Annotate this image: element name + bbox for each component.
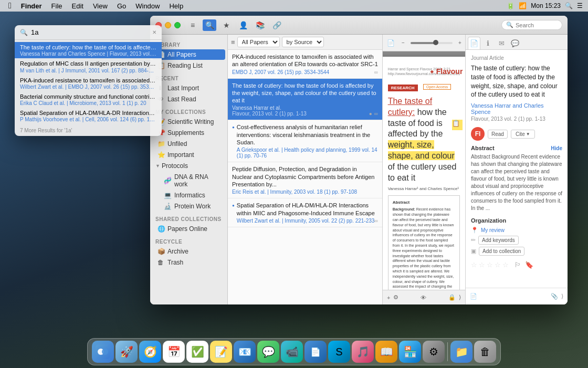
help-menu[interactable]: Help — [165, 2, 187, 10]
toolbar-list-view-btn[interactable]: ≡ — [186, 19, 200, 31]
pdf-zoom-out-icon[interactable]: − — [398, 38, 408, 48]
tab-notes[interactable]: ✉ — [495, 37, 508, 49]
toolbar-star-btn[interactable]: ★ — [219, 19, 233, 31]
paper-item-3[interactable]: ● Cost-effectiveness analysis of humanit… — [228, 120, 382, 162]
sidebar-item-important[interactable]: ⭐ Important — [152, 150, 225, 160]
file-menu[interactable]: File — [47, 2, 67, 10]
details-file-icon[interactable]: 📄 — [470, 293, 477, 300]
paper-item-5[interactable]: ● Spatial Separation of HLA-DM/HLA-DR In… — [228, 198, 382, 227]
status-button[interactable]: Read — [488, 130, 508, 139]
toolbar-link-btn[interactable]: 🔗 — [270, 19, 284, 31]
sidebar-item-archive[interactable]: 📦 Archive — [152, 246, 225, 257]
spotlight-clear-icon[interactable]: ✕ — [152, 29, 156, 35]
sidebar-item-reading-list[interactable]: 📋 Reading List — [152, 60, 225, 71]
sidebar-item-unfiled[interactable]: 📁 Unfiled — [152, 139, 225, 149]
pdf-bottom-lock-icon[interactable]: 🔒 — [448, 294, 456, 301]
star-4[interactable]: ☆ — [495, 261, 501, 269]
dock-icon-reminders[interactable]: ✅ — [186, 341, 208, 363]
maximize-button[interactable] — [174, 22, 181, 28]
papers-filter-select[interactable]: All Papers — [237, 37, 280, 47]
dock-icon-paperpile[interactable]: 📄 — [304, 341, 327, 363]
spotlight-result-5[interactable]: Spatial Separation of HLA-DM/HLA-DR Inte… — [15, 108, 162, 124]
toolbar-search-btn[interactable]: 🔍 — [203, 19, 216, 31]
edit-menu[interactable]: Edit — [68, 2, 88, 10]
cite-button[interactable]: Cite ▼ — [511, 130, 535, 139]
toolbar-library-btn[interactable]: 📚 — [253, 19, 267, 31]
dock-icon-messages[interactable]: 💬 — [257, 341, 279, 363]
pdf-eye-icon[interactable]: 👁 — [421, 295, 426, 301]
finder-menu[interactable]: Finder — [17, 2, 46, 10]
minimize-button[interactable] — [165, 22, 171, 28]
star-1[interactable]: ☆ — [471, 261, 477, 269]
star-5[interactable]: ☆ — [502, 261, 509, 269]
tab-info[interactable]: ℹ — [481, 37, 494, 49]
dock-icon-appstore[interactable]: 🏪 — [399, 341, 421, 363]
star-2[interactable]: ☆ — [479, 261, 485, 269]
window-menu[interactable]: Window — [131, 2, 164, 10]
tab-chat[interactable]: 💬 — [509, 37, 521, 49]
flag-icon[interactable]: 🏳 — [514, 261, 521, 269]
dock-icon-skype[interactable]: S — [328, 341, 350, 363]
paper-item-1[interactable]: PKA-induced resistance to tamoxifen is a… — [228, 50, 382, 79]
pdf-sticky-note[interactable]: 📋 — [452, 120, 463, 130]
sidebar-item-trash[interactable]: 🗑 Trash — [152, 257, 225, 268]
spotlight-result-1[interactable]: The taste of cutlery: how the taste of f… — [15, 42, 162, 58]
pdf-settings-icon[interactable]: ⚙ — [393, 294, 398, 301]
pdf-expand-icon[interactable]: ⟩ — [459, 294, 461, 301]
spotlight-result-title-5: Spatial Separation of HLA-DM/HLA-DR Inte… — [20, 109, 156, 117]
notification-icon[interactable]: ☰ — [577, 2, 583, 9]
add-collection-button[interactable]: Add to collection — [479, 247, 524, 256]
search-input[interactable] — [516, 22, 558, 28]
apple-menu[interactable]:  — [4, 1, 16, 11]
papers-sort-select[interactable]: by Source — [282, 37, 324, 47]
spotlight-more[interactable]: 7 More Results for '1a' — [15, 126, 162, 136]
dock-icon-facetime[interactable]: 📹 — [281, 341, 303, 363]
star-3[interactable]: ☆ — [487, 261, 493, 269]
search-field: 🔍 — [501, 20, 562, 30]
sidebar-item-last-import[interactable]: ⬇ Last Import — [152, 83, 225, 93]
dock-icon-ibooks[interactable]: 📖 — [375, 341, 397, 363]
dock-icon-finder2[interactable]: 📁 — [450, 341, 472, 363]
tab-article-info[interactable]: 📄 — [468, 37, 480, 49]
sidebar-item-informatics[interactable]: 💻 Informatics — [152, 190, 225, 201]
spotlight-result-2[interactable]: Regulation of MHC class II antigen prese… — [15, 58, 162, 75]
dock-icon-launchpad[interactable]: 🚀 — [116, 341, 138, 363]
abstract-hide-link[interactable]: Hide — [551, 145, 562, 151]
view-menu[interactable]: View — [89, 2, 112, 10]
sidebar-protocols-group[interactable]: ▼ Protocols — [152, 161, 225, 171]
pdf-content[interactable]: Harrar and Spence Flavour 2013, 2:21 htt… — [383, 51, 465, 290]
go-menu[interactable]: Go — [113, 2, 130, 10]
dock-icon-settings[interactable]: ⚙ — [423, 341, 445, 363]
my-review-link[interactable]: My review — [481, 227, 505, 233]
sidebar-item-papers-online[interactable]: 🌐 Papers Online — [152, 224, 225, 234]
dock-icon-trash[interactable]: 🗑 — [474, 341, 496, 363]
add-keywords-button[interactable]: Add keywords — [478, 236, 519, 245]
dock-icon-safari[interactable]: 🧭 — [139, 341, 161, 363]
spotlight-result-3[interactable]: PKA-induced resistance to tamoxifen is a… — [15, 75, 162, 91]
sidebar-item-scientific-writing[interactable]: 📝 Scientific Writing — [152, 117, 225, 127]
sidebar-item-dna-rna[interactable]: 🧬 DNA & RNA work — [152, 172, 225, 190]
pdf-zoom-in-icon[interactable]: + — [455, 38, 465, 48]
search-menubar-icon[interactable]: 🔍 — [565, 2, 573, 9]
stars-rating[interactable]: ☆ ☆ ☆ ☆ ☆ 🏳 🔖 — [471, 261, 562, 269]
spotlight-input[interactable] — [31, 28, 149, 36]
bookmark-icon[interactable]: 🔖 — [525, 261, 533, 269]
dock-icon-notes[interactable]: 📝 — [210, 341, 232, 363]
sidebar-item-all-papers[interactable]: 📄 All Papers — [152, 49, 225, 60]
toolbar-person-btn[interactable]: 👤 — [236, 19, 250, 31]
sidebar-item-supplements[interactable]: 📌 Supplements — [152, 128, 225, 138]
dock-icon-itunes[interactable]: 🎵 — [352, 341, 374, 363]
details-expand-icon[interactable]: ⟩ — [561, 293, 563, 300]
pdf-add-icon[interactable]: + — [387, 295, 390, 301]
pdf-page-icon[interactable]: 📄 — [387, 38, 395, 48]
spotlight-result-4[interactable]: Bacterial community structure and functi… — [15, 91, 162, 108]
paper-item-4[interactable]: Peptide Diffusion, Protection, and Degra… — [228, 162, 382, 198]
dock-icon-finder[interactable] — [92, 341, 114, 363]
sidebar-item-last-read[interactable]: 👁 Last Read — [152, 94, 225, 104]
details-attach-icon[interactable]: 📎 — [551, 293, 558, 300]
dock-icon-calendar[interactable]: 📅 — [163, 341, 185, 363]
dock-icon-mail[interactable]: 📧 — [234, 341, 256, 363]
sidebar-item-protein-work[interactable]: 🔬 Protein Work — [152, 201, 225, 212]
papers-list-icon[interactable]: ≡ — [231, 38, 235, 46]
paper-item-2[interactable]: The taste of cutlery: how the taste of f… — [228, 79, 382, 121]
